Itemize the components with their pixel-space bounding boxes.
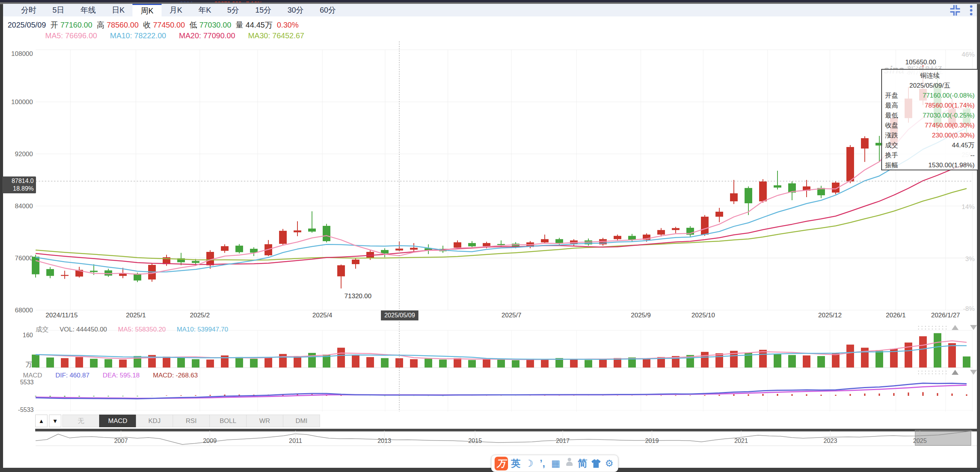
tooltip-row-开盘: 开盘77160.00(-0.08%) [885,91,975,101]
svg-text:2009: 2009 [203,438,217,444]
macd-panel-slider[interactable] [917,370,947,375]
macd-panel-collapse-icon[interactable] [970,370,977,375]
punctuation-icon[interactable]: ’, [537,457,548,470]
macd-panel-expand-icon[interactable] [952,370,959,375]
indicator-button-无[interactable]: 无 [62,415,100,427]
svg-text:68000: 68000 [15,307,33,314]
ma-info-line: MA5: 76696.00 MA10: 78222.00 MA20: 77090… [45,31,315,40]
svg-text:14%: 14% [962,203,975,211]
tab-分时[interactable]: 分时 [13,4,44,16]
ma5-value: MA5: 76696.00 [45,31,97,40]
info-open: 77160.00 [60,21,92,29]
volume-ma5: MA5: 558350.20 [118,326,166,333]
volume-panel-expand-icon[interactable] [952,325,959,330]
svg-text:2025/7: 2025/7 [501,312,521,319]
svg-text:2025/9: 2025/9 [631,312,651,319]
tooltip-row-换手: 换手-- [885,150,975,160]
skin-shirt-icon[interactable] [590,457,601,470]
tab-15分[interactable]: 15分 [247,4,279,16]
volume-panel-collapse-icon[interactable] [970,325,977,330]
svg-text:2013: 2013 [377,438,391,444]
tab-月K[interactable]: 月K [162,4,190,16]
svg-text:2024/11/15: 2024/11/15 [46,312,78,319]
info-volume: 44.45万 [246,21,273,29]
keyboard-icon[interactable]: ▦ [550,457,561,470]
svg-text:2025/10: 2025/10 [691,312,715,319]
tab-日K[interactable]: 日K [104,4,132,16]
ime-toolbar: 万英☽’,▦简⚙ [491,455,618,472]
period-tabbar: 分时5日年线日K周K月K年K5分15分30分60分 [3,4,977,16]
info-close: 77450.00 [153,21,185,29]
svg-text:-5533: -5533 [18,407,34,413]
svg-text:71320.00: 71320.00 [345,292,372,300]
tab-年K[interactable]: 年K [190,4,219,16]
indicator-button-DMI[interactable]: DMI [283,415,320,427]
ma20-value: MA20: 77090.00 [179,31,235,40]
svg-text:2011: 2011 [289,438,302,444]
english-toggle-icon[interactable]: 英 [510,457,521,470]
svg-text:万: 万 [26,361,32,368]
tooltip-row-收盘: 收盘77450.00(0.30%) [885,121,975,131]
indicator-down-button[interactable]: ▼ [49,415,61,427]
macd-value: MACD: -268.63 [153,372,198,379]
kline-chart-canvas[interactable]: 1080001000009200084000760006800046%35%25… [0,0,980,472]
tooltip-title: 铜连续 [885,71,975,81]
svg-text:76000: 76000 [15,255,33,262]
simplified-chinese-icon[interactable]: 简 [577,457,588,470]
tab-5分[interactable]: 5分 [219,4,247,16]
svg-text:2023: 2023 [823,438,837,444]
tooltip-row-涨跌: 涨跌230.00(0.30%) [885,131,975,140]
crosshair-pct: 18.89% [2,185,34,193]
exit-fullscreen-icon[interactable] [949,5,961,18]
svg-text:92000: 92000 [15,150,33,158]
svg-text:-8%: -8% [963,305,975,312]
svg-text:46%: 46% [962,51,975,58]
timeline-selection-window[interactable] [915,430,971,446]
svg-text:2025/1: 2025/1 [126,312,146,319]
ma10-value: MA10: 78222.00 [110,31,166,40]
indicator-button-MACD[interactable]: MACD [99,415,136,427]
volume-value: VOL: 444450.00 [60,326,107,333]
svg-text:84000: 84000 [15,203,33,210]
macd-dif: DIF: 460.87 [56,372,90,379]
settings-gear-icon[interactable]: ⚙ [604,457,615,470]
macd-header: MACD DIF: 460.87 DEA: 595.18 MACD: -268.… [23,372,209,379]
crosshair-price-marker: 87814.0 18.89% [2,176,36,193]
kline-chart-window: 1080001000009200084000760006800046%35%25… [0,0,980,472]
macd-dea: DEA: 595.18 [103,372,139,379]
tab-60分[interactable]: 60分 [312,4,344,16]
tab-5日[interactable]: 5日 [44,4,72,16]
info-low: 77030.00 [199,21,231,29]
svg-text:2025/2: 2025/2 [190,312,210,319]
info-date: 2025/05/09 [8,21,46,29]
ohlc-info-line: 2025/05/09 开77160.00 高78560.00 收77450.00… [8,20,301,30]
candle-tooltip-panel: 铜连续 2025/05/09/五 开盘77160.00(-0.08%)最高785… [881,69,978,170]
user-icon[interactable] [564,457,575,470]
tab-年线[interactable]: 年线 [72,4,104,16]
sogou-logo-icon[interactable]: 万 [495,457,508,470]
svg-text:3%: 3% [965,255,975,263]
indicator-up-button[interactable]: ▲ [35,415,47,427]
volume-ma10: MA10: 539947.70 [177,326,228,333]
svg-text:2015: 2015 [468,438,482,444]
ma30-value: MA30: 76452.67 [248,31,304,40]
tab-周K[interactable]: 周K [132,4,161,16]
svg-text:2025/4: 2025/4 [312,312,332,319]
indicator-button-BOLL[interactable]: BOLL [209,415,247,427]
svg-text:2017: 2017 [556,438,570,444]
moon-icon[interactable]: ☽ [524,457,535,470]
svg-text:100000: 100000 [11,98,33,106]
indicator-button-RSI[interactable]: RSI [173,415,210,427]
indicator-button-KDJ[interactable]: KDJ [136,415,173,427]
tooltip-row-振幅: 振幅1530.00(1.98%) [885,160,975,170]
tab-30分[interactable]: 30分 [279,4,312,16]
volume-header: 成交 VOL: 444450.00 MA5: 558350.20 MA10: 5… [36,325,237,334]
tooltip-date: 2025/05/09/五 [885,81,975,91]
indicator-button-WR[interactable]: WR [246,415,283,427]
svg-text:2021: 2021 [734,438,748,444]
svg-text:5533: 5533 [20,379,34,385]
svg-text:160: 160 [23,332,33,338]
volume-panel-slider[interactable] [917,325,947,330]
more-menu-icon[interactable] [969,5,973,18]
crosshair-price: 87814.0 [2,177,34,185]
